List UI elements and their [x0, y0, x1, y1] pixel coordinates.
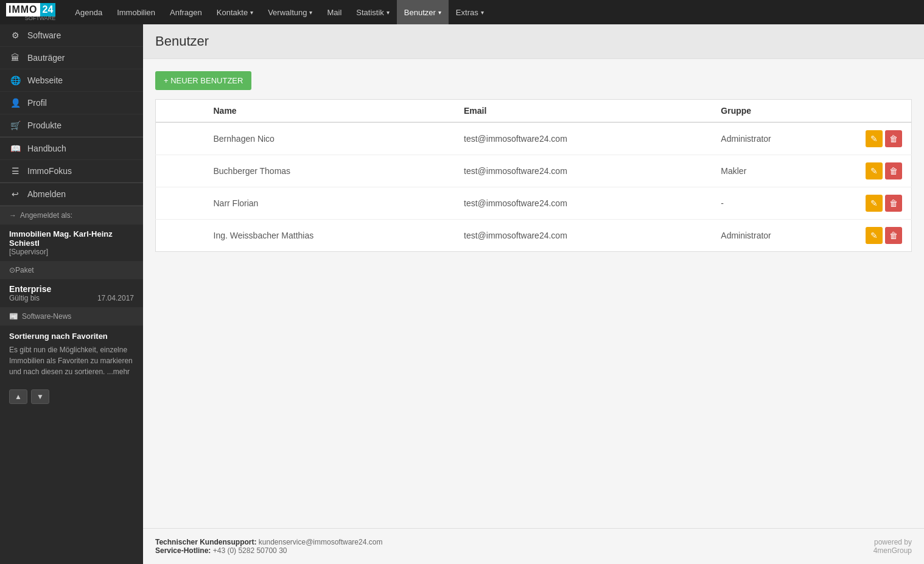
row-gruppe: -: [712, 187, 856, 220]
sidebar-item-handbuch[interactable]: 📖 Handbuch: [0, 138, 143, 160]
col-name: Name: [205, 100, 455, 123]
table-row: Bernhagen Nico test@immosoftware24.com A…: [156, 122, 912, 155]
nav-item-agenda[interactable]: Agenda: [68, 0, 110, 24]
logged-in-section: → Angemeldet als:: [0, 206, 143, 225]
news-label: Software-News: [22, 312, 71, 321]
produkte-icon: 🛒: [9, 120, 21, 130]
news-next-button[interactable]: ▼: [31, 389, 49, 404]
row-gruppe: Administrator: [712, 122, 856, 155]
row-actions: ✎ 🗑: [856, 220, 912, 252]
sidebar-item-immofokus-label: ImmoFokus: [27, 166, 72, 176]
nav-menu: Agenda Immobilien Anfragen Kontakte▾ Ver…: [68, 0, 491, 24]
news-title: Sortierung nach Favoriten: [9, 332, 134, 341]
row-name: Narr Florian: [205, 187, 455, 220]
sidebar-item-abmelden-label: Abmelden: [27, 189, 66, 199]
logged-in-label: Angemeldet als:: [20, 211, 72, 220]
row-email: test@immosoftware24.com: [455, 155, 712, 187]
handbuch-icon: 📖: [9, 144, 21, 153]
row-gruppe: Makler: [712, 155, 856, 187]
powered-by: powered by 4menGroup: [873, 538, 912, 555]
row-name: Ing. Weissbacher Matthias: [205, 220, 455, 252]
sidebar-item-immofokus[interactable]: ☰ ImmoFokus: [0, 160, 143, 183]
paket-gueltig-label: Gültig bis: [9, 294, 40, 302]
row-email: test@immosoftware24.com: [455, 122, 712, 155]
table-header-row: Name Email Gruppe: [156, 100, 912, 123]
row-index: [156, 122, 205, 155]
nav-item-kontakte[interactable]: Kontakte▾: [209, 0, 261, 24]
row-gruppe: Administrator: [712, 220, 856, 252]
sidebar-item-software-label: Software: [27, 30, 61, 40]
news-text: Es gibt nun die Möglichkeit, einzelne Im…: [9, 344, 134, 377]
row-actions: ✎ 🗑: [856, 155, 912, 187]
nav-item-anfragen[interactable]: Anfragen: [163, 0, 209, 24]
edit-button[interactable]: ✎: [866, 162, 883, 179]
paket-info: Enterprise Gültig bis 17.04.2017: [0, 279, 143, 307]
row-index: [156, 155, 205, 187]
hotline-label: Service-Hotline:: [155, 546, 211, 555]
col-empty: [156, 100, 205, 123]
paket-name: Enterprise: [9, 284, 134, 294]
col-actions: [856, 100, 912, 123]
edit-button[interactable]: ✎: [866, 227, 883, 244]
row-index: [156, 220, 205, 252]
user-table: Name Email Gruppe Bernhagen Nico test@im…: [155, 99, 912, 252]
sidebar-item-abmelden[interactable]: ↩ Abmelden: [0, 183, 143, 206]
nav-item-immobilien[interactable]: Immobilien: [110, 0, 163, 24]
news-icon: 📰: [9, 312, 18, 321]
nav-item-statistik[interactable]: Statistik▾: [349, 0, 397, 24]
logo-immo: IMMO: [6, 3, 40, 16]
new-user-button[interactable]: + NEUER BENUTZER: [155, 71, 251, 90]
edit-button[interactable]: ✎: [866, 195, 883, 212]
paket-label: Paket: [15, 266, 34, 274]
powered-label: powered by: [873, 538, 912, 546]
sidebar: ⚙ Software 🏛 Bauträger 🌐 Webseite 👤 Prof…: [0, 24, 143, 564]
delete-button[interactable]: 🗑: [885, 227, 902, 244]
extras-caret: ▾: [481, 9, 484, 16]
hotline-number: +43 (0) 5282 50700 30: [213, 546, 287, 555]
logo-24: 24: [40, 3, 56, 16]
profil-icon: 👤: [9, 98, 21, 108]
statistik-caret: ▾: [387, 9, 390, 16]
sidebar-item-produkte[interactable]: 🛒 Produkte: [0, 114, 143, 137]
row-actions: ✎ 🗑: [856, 122, 912, 155]
row-email: test@immosoftware24.com: [455, 187, 712, 220]
sidebar-item-software[interactable]: ⚙ Software: [0, 24, 143, 47]
news-section: 📰 Software-News: [0, 307, 143, 326]
sidebar-item-bautraeger[interactable]: 🏛 Bauträger: [0, 47, 143, 69]
nav-item-mail[interactable]: Mail: [320, 0, 349, 24]
delete-button[interactable]: 🗑: [885, 162, 902, 179]
brand-logo[interactable]: IMMO24 SOFTWARE: [6, 3, 55, 21]
support-info: Technischer Kundensupport: kundenservice…: [155, 538, 382, 555]
news-prev-button[interactable]: ▲: [9, 389, 27, 404]
paket-section: ⊙ Paket: [0, 261, 143, 279]
benutzer-caret: ▾: [438, 9, 441, 16]
webseite-icon: 🌐: [9, 75, 21, 85]
row-email: test@immosoftware24.com: [455, 220, 712, 252]
sidebar-item-webseite-label: Webseite: [27, 75, 63, 85]
main-footer: Technischer Kundensupport: kundenservice…: [143, 528, 924, 564]
col-gruppe: Gruppe: [712, 100, 856, 123]
delete-button[interactable]: 🗑: [885, 130, 902, 147]
kontakte-caret: ▾: [250, 9, 253, 16]
nav-item-verwaltung[interactable]: Verwaltung▾: [261, 0, 320, 24]
abmelden-icon: ↩: [9, 189, 21, 199]
logged-in-icon: →: [9, 211, 16, 220]
edit-button[interactable]: ✎: [866, 130, 883, 147]
software-icon: ⚙: [9, 30, 21, 40]
verwaltung-caret: ▾: [309, 9, 312, 16]
nav-item-benutzer[interactable]: Benutzer▾: [397, 0, 449, 24]
page-title: Benutzer: [155, 33, 912, 49]
bautraeger-icon: 🏛: [9, 53, 21, 63]
table-row: Narr Florian test@immosoftware24.com - ✎…: [156, 187, 912, 220]
main-content: Benutzer + NEUER BENUTZER Name Email Gru…: [143, 24, 924, 564]
col-email: Email: [455, 100, 712, 123]
delete-button[interactable]: 🗑: [885, 195, 902, 212]
sidebar-item-webseite[interactable]: 🌐 Webseite: [0, 69, 143, 92]
table-row: Ing. Weissbacher Matthias test@immosoftw…: [156, 220, 912, 252]
top-navbar: IMMO24 SOFTWARE Agenda Immobilien Anfrag…: [0, 0, 924, 24]
sidebar-item-profil[interactable]: 👤 Profil: [0, 92, 143, 114]
row-index: [156, 187, 205, 220]
nav-item-extras[interactable]: Extras▾: [449, 0, 491, 24]
sidebar-item-handbuch-label: Handbuch: [27, 144, 66, 153]
sidebar-item-produkte-label: Produkte: [27, 120, 61, 130]
